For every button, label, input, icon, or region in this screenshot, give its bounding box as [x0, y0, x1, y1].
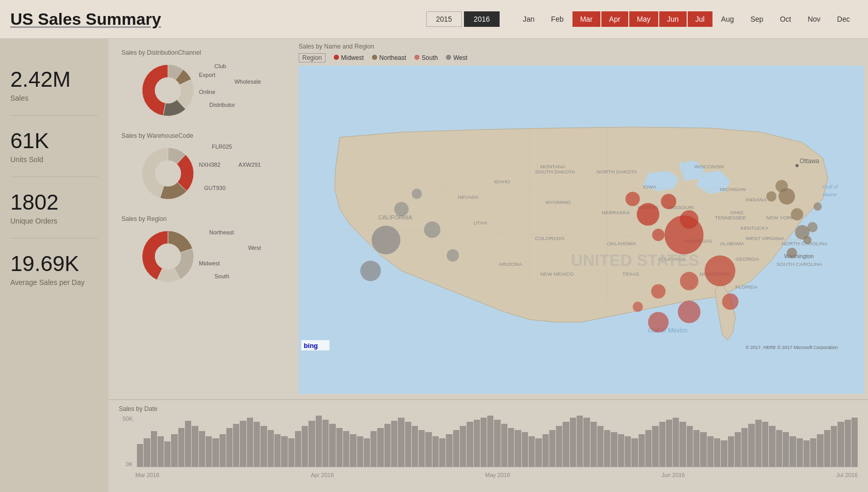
month-btn-Apr[interactable]: Apr	[601, 11, 628, 27]
bar-57	[529, 436, 535, 467]
bar-26	[316, 416, 322, 467]
bar-65	[583, 418, 590, 467]
kpi-item-0: 2.42MSales	[10, 54, 98, 116]
bar-47	[460, 426, 466, 467]
svg-text:NEW MEXICO: NEW MEXICO	[540, 272, 574, 277]
wh-label-flr025: FLR025	[212, 144, 232, 150]
distribution-chart: Sales by DistributionChannel Club Export…	[114, 44, 289, 125]
bar-33	[364, 438, 370, 467]
month-btn-Jul[interactable]: Jul	[688, 11, 712, 27]
bar-17	[254, 422, 260, 467]
month-btn-Jan[interactable]: Jan	[515, 11, 542, 27]
bar-94	[783, 432, 789, 467]
bar-0	[137, 444, 143, 467]
month-btn-Nov[interactable]: Nov	[800, 11, 828, 27]
bar-43	[432, 436, 439, 467]
month-btn-May[interactable]: May	[629, 11, 658, 27]
region-donut-svg	[140, 228, 196, 285]
svg-point-52	[412, 188, 422, 199]
bar-85	[721, 440, 727, 467]
bar-45	[446, 434, 452, 467]
y-label-min: 0K	[126, 461, 133, 467]
bar-49	[474, 420, 480, 467]
svg-text:© 2017. HERE © 2017 Microsoft : © 2017. HERE © 2017 Microsoft Corporatio…	[746, 345, 838, 350]
svg-point-50	[424, 221, 441, 238]
bar-3	[158, 436, 164, 467]
bar-68	[604, 430, 610, 467]
bar-32	[357, 436, 363, 467]
bar-50	[481, 418, 487, 467]
year-btn-2015[interactable]: 2015	[426, 11, 462, 27]
month-btn-Aug[interactable]: Aug	[714, 11, 742, 27]
bar-58	[535, 438, 541, 467]
bar-69	[611, 432, 617, 467]
bar-60	[549, 430, 555, 467]
svg-text:TENNESSEE: TENNESSEE	[715, 215, 747, 220]
bar-86	[728, 436, 734, 467]
map-legend: Region Midwest Northeast South West	[299, 53, 864, 62]
bar-82	[700, 432, 706, 467]
year-selector: 20152016	[426, 11, 500, 27]
svg-text:COLORADO: COLORADO	[535, 235, 564, 241]
bar-84	[714, 438, 720, 467]
svg-text:ARIZONA: ARIZONA	[499, 261, 522, 267]
dist-label-online: Online	[199, 89, 215, 95]
header: US Sales Summary 20152016 JanFebMarAprMa…	[0, 0, 868, 39]
bar-104	[851, 418, 858, 467]
month-btn-Sep[interactable]: Sep	[742, 11, 771, 27]
bar-92	[769, 426, 775, 467]
bar-30	[343, 431, 349, 467]
month-btn-Mar[interactable]: Mar	[572, 11, 600, 27]
wh-label-axw291: AXW291	[239, 162, 261, 168]
x-label-Mar-2016: Mar 2016	[135, 472, 159, 478]
svg-point-51	[446, 249, 459, 262]
kpi-label-1: Units Sold	[10, 155, 98, 164]
x-label-Jun-2016: Jun 2016	[661, 472, 685, 478]
svg-text:ALABAMA: ALABAMA	[720, 241, 745, 246]
svg-text:IOWA: IOWA	[643, 184, 657, 189]
region-title: Sales by Region	[121, 215, 282, 223]
svg-text:Maine: Maine	[823, 192, 837, 197]
bar-35	[377, 428, 383, 467]
bar-12	[220, 434, 226, 467]
bar-103	[845, 420, 851, 467]
svg-point-47	[371, 226, 400, 255]
reg-label-midwest: Midwest	[199, 260, 220, 266]
x-label-Jul-2016: Jul 2016	[836, 472, 858, 478]
y-label-max: 50K	[122, 416, 133, 422]
bar-66	[591, 422, 597, 467]
bar-11	[212, 438, 219, 467]
kpi-item-1: 61KUnits Sold	[10, 116, 98, 177]
wh-label-gut930: GUT930	[204, 185, 226, 191]
svg-text:MICHIGAN: MICHIGAN	[720, 186, 746, 192]
bar-52	[494, 420, 500, 467]
year-btn-2016[interactable]: 2016	[464, 11, 500, 27]
bar-44	[439, 438, 445, 467]
bar-40	[412, 426, 418, 467]
svg-point-48	[360, 261, 381, 281]
bar-18	[260, 426, 267, 467]
month-btn-Dec[interactable]: Dec	[829, 11, 858, 27]
bar-36	[384, 424, 391, 467]
bar-14	[233, 424, 239, 467]
bar-25	[308, 421, 315, 467]
bar-15	[240, 421, 246, 467]
x-label-Apr-2016: Apr 2016	[311, 472, 334, 478]
bar-7	[185, 421, 191, 467]
svg-point-73	[776, 180, 788, 193]
month-btn-Feb[interactable]: Feb	[544, 11, 571, 27]
svg-text:FLORIDA: FLORIDA	[735, 284, 757, 290]
distribution-donut-svg	[140, 62, 196, 119]
month-btn-Jun[interactable]: Jun	[659, 11, 687, 27]
bar-51	[487, 416, 493, 467]
bar-95	[789, 436, 796, 467]
bar-8	[192, 426, 198, 467]
svg-text:SOUTH DAKOTA: SOUTH DAKOTA	[535, 169, 575, 174]
kpi-item-3: 19.69KAverage Sales per Day	[10, 239, 98, 299]
kpi-value-0: 2.42M	[10, 67, 98, 92]
kpi-label-2: Unique Orders	[10, 217, 98, 225]
bar-19	[268, 430, 274, 467]
month-btn-Oct[interactable]: Oct	[772, 11, 799, 27]
bar-93	[776, 430, 782, 467]
legend-south: South	[414, 54, 438, 61]
